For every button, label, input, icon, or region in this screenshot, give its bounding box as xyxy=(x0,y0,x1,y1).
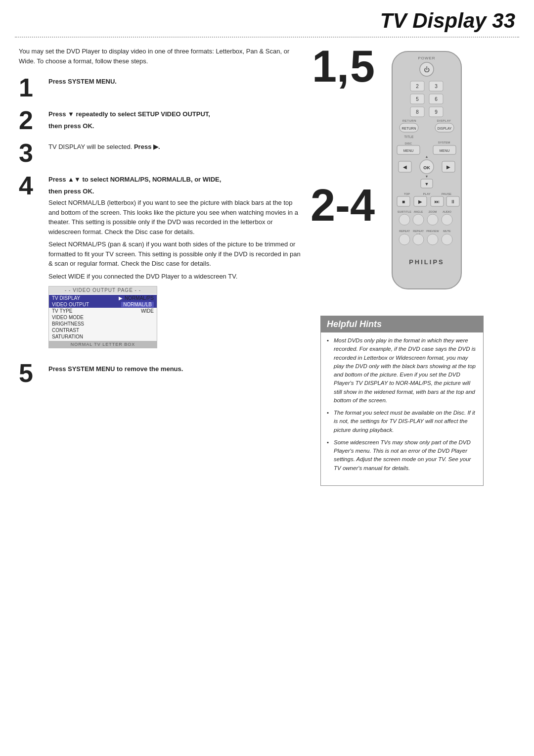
screen-rows: TV DISPLAY ▶ NORMAL/PS VIDEO OUTPUT NORM… xyxy=(49,294,157,341)
svg-point-54 xyxy=(399,214,410,225)
right-column: 1, 5 2-4 POWER ⏻ 2 xyxy=(311,47,493,486)
step-4-para-1: Select NORMAL/LB (letterbox) if you want… xyxy=(48,198,301,236)
hint-item-1: Most DVDs only play in the format in whi… xyxy=(327,336,477,405)
step-2-number: 2 xyxy=(19,107,44,133)
step-4: 4 Press ▲▼ to select NORMAL/PS, NORMAL/L… xyxy=(19,173,301,352)
step-2-bold-prefix: Press ▼ repeatedly to select SETUP VIDEO… xyxy=(48,110,210,118)
remote-control: POWER ⏻ 2 3 5 6 8 xyxy=(380,47,479,304)
step-2-bold-suffix: then press OK. xyxy=(48,122,94,130)
svg-text:PHILIPS: PHILIPS xyxy=(409,258,445,266)
svg-text:▼: ▼ xyxy=(425,182,429,187)
step-2-content: Press ▼ repeatedly to select SETUP VIDEO… xyxy=(48,107,301,133)
remote-step-24: 2-4 xyxy=(311,181,375,230)
screen-footer: NORMAL TV LETTER BOX xyxy=(49,341,157,348)
step-5: 5 Press SYSTEM MENU to remove the menus. xyxy=(19,360,301,386)
remote-svg: POWER ⏻ 2 3 5 6 8 xyxy=(380,47,474,299)
screen-row-tv-display: TV DISPLAY ▶ NORMAL/PS xyxy=(49,295,157,301)
step-5-number: 5 xyxy=(19,360,44,386)
step-4-bold-suffix: then press OK. xyxy=(48,188,94,195)
step-3-text: TV DISPLAY will be selected. xyxy=(48,143,132,150)
step-4-para-2: Select NORMAL/PS (pan & scan) if you wan… xyxy=(48,239,301,269)
svg-text:■: ■ xyxy=(402,199,405,204)
svg-text:DISPLAY: DISPLAY xyxy=(438,127,452,130)
svg-text:POWER: POWER xyxy=(418,56,435,60)
helpful-hints-box: Helpful Hints Most DVDs only play in the… xyxy=(320,316,484,486)
left-column: You may set the DVD Player to display vi… xyxy=(19,47,311,486)
svg-text:ZOOM: ZOOM xyxy=(429,210,437,213)
remote-step-5: 5 xyxy=(350,47,375,87)
step-5-text: Press SYSTEM MENU to remove the menus. xyxy=(48,365,183,373)
step-1-number: 1 xyxy=(19,75,44,100)
svg-point-65 xyxy=(427,234,438,245)
step-1-content: Press SYSTEM MENU. xyxy=(48,75,301,89)
svg-text:⏻: ⏻ xyxy=(424,66,430,73)
hints-list: Most DVDs only play in the format in whi… xyxy=(327,336,477,472)
svg-text:◀: ◀ xyxy=(403,164,407,170)
svg-text:5: 5 xyxy=(416,96,419,102)
svg-text:DISPLAY: DISPLAY xyxy=(437,119,451,122)
page-title: TV Display 33 xyxy=(0,0,534,33)
step-2: 2 Press ▼ repeatedly to select SETUP VID… xyxy=(19,107,301,133)
step-3-number: 3 xyxy=(19,140,44,166)
svg-text:SUBTITLE: SUBTITLE xyxy=(398,210,412,213)
svg-text:PAUSE: PAUSE xyxy=(442,192,451,195)
screen-row-brightness: BRIGHTNESS xyxy=(49,321,157,327)
hint-item-3: Some widescreen TVs may show only part o… xyxy=(327,438,477,472)
svg-text:3: 3 xyxy=(435,84,438,89)
svg-text:PLAY: PLAY xyxy=(423,192,431,195)
step-4-para-3: Select WIDE if you connected the DVD Pla… xyxy=(48,272,301,282)
screen-row-tv-type: TV TYPE WIDE xyxy=(49,308,157,314)
svg-text:MENU: MENU xyxy=(440,149,450,152)
step-1: 1 Press SYSTEM MENU. xyxy=(19,75,301,100)
svg-text:OK: OK xyxy=(423,165,430,170)
intro-text: You may set the DVD Player to display vi… xyxy=(19,47,301,66)
step-3: 3 TV DISPLAY will be selected. Press ▶. xyxy=(19,140,301,166)
svg-point-56 xyxy=(427,214,438,225)
svg-text:9: 9 xyxy=(435,109,438,115)
helpful-hints-content: Most DVDs only play in the format in whi… xyxy=(321,332,483,480)
svg-text:RETURN: RETURN xyxy=(402,119,416,122)
remote-step-1: 1, xyxy=(312,47,349,87)
screen-row-video-mode: VIDEO MODE xyxy=(49,314,157,321)
svg-text:REPEAT: REPEAT xyxy=(399,230,410,233)
svg-text:TOP: TOP xyxy=(404,192,410,195)
svg-text:RETURN: RETURN xyxy=(401,127,416,130)
step-1-text: Press SYSTEM MENU. xyxy=(48,78,117,85)
svg-text:▶: ▶ xyxy=(418,199,422,204)
screen-row-saturation: SATURATION xyxy=(49,333,157,340)
svg-text:AUDIO: AUDIO xyxy=(443,210,451,213)
svg-point-66 xyxy=(442,234,452,245)
svg-text:TITLE: TITLE xyxy=(404,135,414,139)
svg-text:DISC: DISC xyxy=(405,142,412,145)
helpful-hints-title: Helpful Hints xyxy=(321,316,483,332)
svg-text:MENU: MENU xyxy=(403,149,414,152)
svg-point-57 xyxy=(442,214,452,225)
svg-text:▲: ▲ xyxy=(425,155,429,158)
step-4-bold-prefix: Press ▲▼ to select NORMAL/PS, NORMAL/LB,… xyxy=(48,176,221,183)
svg-point-55 xyxy=(413,214,424,225)
svg-point-64 xyxy=(413,234,424,245)
svg-text:REPEAT: REPEAT xyxy=(413,230,424,233)
step-3-content: TV DISPLAY will be selected. Press ▶. xyxy=(48,140,301,154)
svg-text:▶: ▶ xyxy=(446,164,450,170)
svg-text:2: 2 xyxy=(416,84,419,89)
svg-text:▼: ▼ xyxy=(425,175,429,178)
screen-header: - - Video Output Page - - xyxy=(49,286,157,294)
screen-mock: - - Video Output Page - - TV DISPLAY ▶ N… xyxy=(48,286,157,348)
svg-text:PREVIEW: PREVIEW xyxy=(426,230,439,233)
svg-text:⏭: ⏭ xyxy=(435,199,440,204)
step-3-bold: Press ▶. xyxy=(134,143,160,150)
step-4-content: Press ▲▼ to select NORMAL/PS, NORMAL/LB,… xyxy=(48,173,301,352)
svg-text:MUTE: MUTE xyxy=(443,230,451,233)
step-5-content: Press SYSTEM MENU to remove the menus. xyxy=(48,360,301,376)
svg-point-63 xyxy=(399,234,410,245)
svg-text:8: 8 xyxy=(416,109,419,115)
svg-text:SYSTEM: SYSTEM xyxy=(438,141,450,144)
svg-text:ANGLE: ANGLE xyxy=(414,210,423,213)
step-numbers-col: 1, 5 2-4 xyxy=(311,47,375,226)
svg-text:⏸: ⏸ xyxy=(450,199,455,204)
screen-row-video-output: VIDEO OUTPUT NORMAL/LB xyxy=(49,301,157,308)
hint-item-2: The format you select must be available … xyxy=(327,409,477,434)
screen-row-contrast: CONTRAST xyxy=(49,327,157,333)
steps-remote-area: 1, 5 2-4 POWER ⏻ 2 xyxy=(311,47,493,304)
